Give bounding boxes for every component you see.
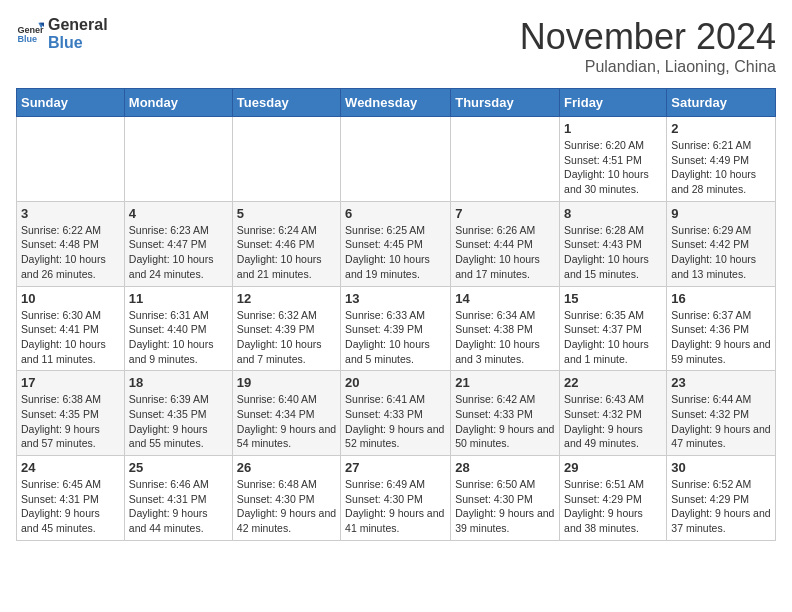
month-title: November 2024: [520, 16, 776, 58]
svg-text:General: General: [17, 24, 44, 34]
day-cell: [451, 117, 560, 202]
day-number: 7: [455, 206, 555, 221]
day-info: Sunrise: 6:48 AM Sunset: 4:30 PM Dayligh…: [237, 477, 336, 536]
day-cell: 7Sunrise: 6:26 AM Sunset: 4:44 PM Daylig…: [451, 201, 560, 286]
day-cell: 18Sunrise: 6:39 AM Sunset: 4:35 PM Dayli…: [124, 371, 232, 456]
day-number: 3: [21, 206, 120, 221]
day-cell: [17, 117, 125, 202]
day-number: 21: [455, 375, 555, 390]
weekday-saturday: Saturday: [667, 89, 776, 117]
day-info: Sunrise: 6:22 AM Sunset: 4:48 PM Dayligh…: [21, 223, 120, 282]
logo: General Blue General Blue: [16, 16, 108, 51]
logo-icon: General Blue: [16, 20, 44, 48]
day-cell: [232, 117, 340, 202]
day-cell: 21Sunrise: 6:42 AM Sunset: 4:33 PM Dayli…: [451, 371, 560, 456]
svg-text:Blue: Blue: [17, 34, 37, 44]
week-row-3: 10Sunrise: 6:30 AM Sunset: 4:41 PM Dayli…: [17, 286, 776, 371]
day-info: Sunrise: 6:25 AM Sunset: 4:45 PM Dayligh…: [345, 223, 446, 282]
day-info: Sunrise: 6:52 AM Sunset: 4:29 PM Dayligh…: [671, 477, 771, 536]
day-cell: 17Sunrise: 6:38 AM Sunset: 4:35 PM Dayli…: [17, 371, 125, 456]
day-cell: 5Sunrise: 6:24 AM Sunset: 4:46 PM Daylig…: [232, 201, 340, 286]
weekday-header: SundayMondayTuesdayWednesdayThursdayFrid…: [17, 89, 776, 117]
day-info: Sunrise: 6:50 AM Sunset: 4:30 PM Dayligh…: [455, 477, 555, 536]
day-number: 29: [564, 460, 662, 475]
day-info: Sunrise: 6:37 AM Sunset: 4:36 PM Dayligh…: [671, 308, 771, 367]
day-info: Sunrise: 6:49 AM Sunset: 4:30 PM Dayligh…: [345, 477, 446, 536]
day-number: 1: [564, 121, 662, 136]
weekday-thursday: Thursday: [451, 89, 560, 117]
day-number: 12: [237, 291, 336, 306]
day-number: 8: [564, 206, 662, 221]
day-info: Sunrise: 6:42 AM Sunset: 4:33 PM Dayligh…: [455, 392, 555, 451]
day-number: 22: [564, 375, 662, 390]
day-cell: 4Sunrise: 6:23 AM Sunset: 4:47 PM Daylig…: [124, 201, 232, 286]
day-number: 20: [345, 375, 446, 390]
week-row-2: 3Sunrise: 6:22 AM Sunset: 4:48 PM Daylig…: [17, 201, 776, 286]
weekday-monday: Monday: [124, 89, 232, 117]
day-cell: 19Sunrise: 6:40 AM Sunset: 4:34 PM Dayli…: [232, 371, 340, 456]
day-number: 19: [237, 375, 336, 390]
day-info: Sunrise: 6:46 AM Sunset: 4:31 PM Dayligh…: [129, 477, 228, 536]
calendar-table: SundayMondayTuesdayWednesdayThursdayFrid…: [16, 88, 776, 541]
day-info: Sunrise: 6:35 AM Sunset: 4:37 PM Dayligh…: [564, 308, 662, 367]
day-cell: 14Sunrise: 6:34 AM Sunset: 4:38 PM Dayli…: [451, 286, 560, 371]
weekday-sunday: Sunday: [17, 89, 125, 117]
day-info: Sunrise: 6:23 AM Sunset: 4:47 PM Dayligh…: [129, 223, 228, 282]
day-cell: 26Sunrise: 6:48 AM Sunset: 4:30 PM Dayli…: [232, 456, 340, 541]
day-number: 10: [21, 291, 120, 306]
weekday-friday: Friday: [560, 89, 667, 117]
calendar-body: 1Sunrise: 6:20 AM Sunset: 4:51 PM Daylig…: [17, 117, 776, 541]
day-info: Sunrise: 6:33 AM Sunset: 4:39 PM Dayligh…: [345, 308, 446, 367]
day-info: Sunrise: 6:21 AM Sunset: 4:49 PM Dayligh…: [671, 138, 771, 197]
day-cell: 16Sunrise: 6:37 AM Sunset: 4:36 PM Dayli…: [667, 286, 776, 371]
day-number: 9: [671, 206, 771, 221]
day-info: Sunrise: 6:43 AM Sunset: 4:32 PM Dayligh…: [564, 392, 662, 451]
day-info: Sunrise: 6:32 AM Sunset: 4:39 PM Dayligh…: [237, 308, 336, 367]
day-number: 30: [671, 460, 771, 475]
weekday-wednesday: Wednesday: [341, 89, 451, 117]
day-cell: 24Sunrise: 6:45 AM Sunset: 4:31 PM Dayli…: [17, 456, 125, 541]
day-number: 11: [129, 291, 228, 306]
location-title: Pulandian, Liaoning, China: [520, 58, 776, 76]
day-number: 24: [21, 460, 120, 475]
day-info: Sunrise: 6:28 AM Sunset: 4:43 PM Dayligh…: [564, 223, 662, 282]
day-number: 27: [345, 460, 446, 475]
day-cell: 15Sunrise: 6:35 AM Sunset: 4:37 PM Dayli…: [560, 286, 667, 371]
day-cell: 11Sunrise: 6:31 AM Sunset: 4:40 PM Dayli…: [124, 286, 232, 371]
day-info: Sunrise: 6:26 AM Sunset: 4:44 PM Dayligh…: [455, 223, 555, 282]
day-number: 15: [564, 291, 662, 306]
day-cell: 12Sunrise: 6:32 AM Sunset: 4:39 PM Dayli…: [232, 286, 340, 371]
day-info: Sunrise: 6:41 AM Sunset: 4:33 PM Dayligh…: [345, 392, 446, 451]
day-cell: 25Sunrise: 6:46 AM Sunset: 4:31 PM Dayli…: [124, 456, 232, 541]
day-number: 28: [455, 460, 555, 475]
day-cell: 28Sunrise: 6:50 AM Sunset: 4:30 PM Dayli…: [451, 456, 560, 541]
day-cell: 1Sunrise: 6:20 AM Sunset: 4:51 PM Daylig…: [560, 117, 667, 202]
day-number: 13: [345, 291, 446, 306]
day-info: Sunrise: 6:31 AM Sunset: 4:40 PM Dayligh…: [129, 308, 228, 367]
day-info: Sunrise: 6:40 AM Sunset: 4:34 PM Dayligh…: [237, 392, 336, 451]
week-row-4: 17Sunrise: 6:38 AM Sunset: 4:35 PM Dayli…: [17, 371, 776, 456]
logo-general: General: [48, 16, 108, 34]
day-number: 16: [671, 291, 771, 306]
day-cell: 27Sunrise: 6:49 AM Sunset: 4:30 PM Dayli…: [341, 456, 451, 541]
day-info: Sunrise: 6:44 AM Sunset: 4:32 PM Dayligh…: [671, 392, 771, 451]
day-cell: 2Sunrise: 6:21 AM Sunset: 4:49 PM Daylig…: [667, 117, 776, 202]
day-info: Sunrise: 6:51 AM Sunset: 4:29 PM Dayligh…: [564, 477, 662, 536]
day-cell: 23Sunrise: 6:44 AM Sunset: 4:32 PM Dayli…: [667, 371, 776, 456]
day-number: 25: [129, 460, 228, 475]
day-cell: 10Sunrise: 6:30 AM Sunset: 4:41 PM Dayli…: [17, 286, 125, 371]
day-number: 14: [455, 291, 555, 306]
day-number: 2: [671, 121, 771, 136]
day-cell: [124, 117, 232, 202]
day-info: Sunrise: 6:20 AM Sunset: 4:51 PM Dayligh…: [564, 138, 662, 197]
day-cell: 20Sunrise: 6:41 AM Sunset: 4:33 PM Dayli…: [341, 371, 451, 456]
week-row-1: 1Sunrise: 6:20 AM Sunset: 4:51 PM Daylig…: [17, 117, 776, 202]
day-cell: [341, 117, 451, 202]
day-cell: 22Sunrise: 6:43 AM Sunset: 4:32 PM Dayli…: [560, 371, 667, 456]
day-cell: 30Sunrise: 6:52 AM Sunset: 4:29 PM Dayli…: [667, 456, 776, 541]
day-info: Sunrise: 6:30 AM Sunset: 4:41 PM Dayligh…: [21, 308, 120, 367]
day-number: 18: [129, 375, 228, 390]
day-number: 23: [671, 375, 771, 390]
day-number: 17: [21, 375, 120, 390]
day-number: 5: [237, 206, 336, 221]
